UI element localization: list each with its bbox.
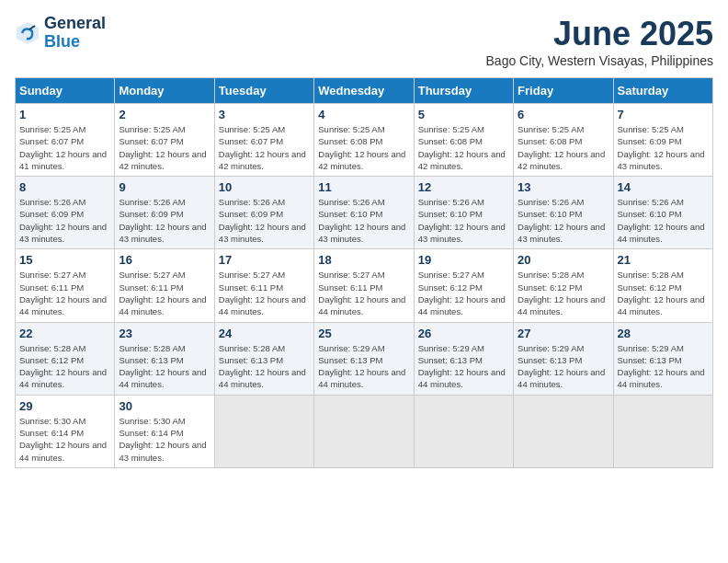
calendar-header-row: Sunday Monday Tuesday Wednesday Thursday… — [16, 78, 713, 104]
day-cell-30: 30 Sunrise: 5:30 AMSunset: 6:14 PMDaylig… — [115, 395, 214, 467]
day-cell-14: 14 Sunrise: 5:26 AMSunset: 6:10 PMDaylig… — [613, 177, 712, 249]
calendar-week-2: 8 Sunrise: 5:26 AMSunset: 6:09 PMDayligh… — [16, 177, 713, 249]
header-monday: Monday — [115, 78, 214, 104]
day-cell-7: 7 Sunrise: 5:25 AMSunset: 6:09 PMDayligh… — [613, 104, 712, 177]
day-cell-21: 21 Sunrise: 5:28 AMSunset: 6:12 PMDaylig… — [613, 249, 712, 322]
day-cell-8: 8 Sunrise: 5:26 AMSunset: 6:09 PMDayligh… — [16, 177, 115, 249]
day-cell-2: 2 Sunrise: 5:25 AMSunset: 6:07 PMDayligh… — [115, 104, 214, 177]
header-saturday: Saturday — [613, 78, 712, 104]
day-cell-3: 3 Sunrise: 5:25 AMSunset: 6:07 PMDayligh… — [214, 104, 313, 177]
header-friday: Friday — [514, 78, 613, 104]
day-cell-24: 24 Sunrise: 5:28 AMSunset: 6:13 PMDaylig… — [214, 322, 313, 395]
day-cell-22: 22 Sunrise: 5:28 AMSunset: 6:12 PMDaylig… — [16, 322, 115, 395]
day-cell-1: 1 Sunrise: 5:25 AMSunset: 6:07 PMDayligh… — [16, 104, 115, 177]
day-cell-13: 13 Sunrise: 5:26 AMSunset: 6:10 PMDaylig… — [514, 177, 613, 249]
day-cell-12: 12 Sunrise: 5:26 AMSunset: 6:10 PMDaylig… — [414, 177, 513, 249]
header-tuesday: Tuesday — [214, 78, 313, 104]
logo-text: General Blue — [44, 15, 106, 52]
calendar-table: Sunday Monday Tuesday Wednesday Thursday… — [15, 77, 713, 468]
calendar-week-5: 29 Sunrise: 5:30 AMSunset: 6:14 PMDaylig… — [16, 395, 713, 467]
calendar-week-1: 1 Sunrise: 5:25 AMSunset: 6:07 PMDayligh… — [16, 104, 713, 177]
empty-cell-4 — [514, 395, 613, 467]
page-header: General Blue June 2025 Bago City, Wester… — [15, 15, 713, 68]
day-cell-28: 28 Sunrise: 5:29 AMSunset: 6:13 PMDaylig… — [613, 322, 712, 395]
day-cell-20: 20 Sunrise: 5:28 AMSunset: 6:12 PMDaylig… — [514, 249, 613, 322]
day-cell-27: 27 Sunrise: 5:29 AMSunset: 6:13 PMDaylig… — [514, 322, 613, 395]
day-cell-23: 23 Sunrise: 5:28 AMSunset: 6:13 PMDaylig… — [115, 322, 214, 395]
header-wednesday: Wednesday — [314, 78, 414, 104]
day-cell-5: 5 Sunrise: 5:25 AMSunset: 6:08 PMDayligh… — [414, 104, 513, 177]
logo-icon — [15, 20, 40, 46]
day-cell-17: 17 Sunrise: 5:27 AMSunset: 6:11 PMDaylig… — [214, 249, 313, 322]
empty-cell-2 — [314, 395, 414, 467]
day-cell-16: 16 Sunrise: 5:27 AMSunset: 6:11 PMDaylig… — [115, 249, 214, 322]
logo: General Blue — [15, 15, 106, 52]
title-area: June 2025 Bago City, Western Visayas, Ph… — [486, 15, 713, 68]
calendar-week-4: 22 Sunrise: 5:28 AMSunset: 6:12 PMDaylig… — [16, 322, 713, 395]
header-thursday: Thursday — [414, 78, 513, 104]
day-cell-6: 6 Sunrise: 5:25 AMSunset: 6:08 PMDayligh… — [514, 104, 613, 177]
header-sunday: Sunday — [16, 78, 115, 104]
day-cell-4: 4 Sunrise: 5:25 AMSunset: 6:08 PMDayligh… — [314, 104, 414, 177]
day-cell-19: 19 Sunrise: 5:27 AMSunset: 6:12 PMDaylig… — [414, 249, 513, 322]
empty-cell-1 — [214, 395, 313, 467]
day-cell-15: 15 Sunrise: 5:27 AMSunset: 6:11 PMDaylig… — [16, 249, 115, 322]
day-cell-18: 18 Sunrise: 5:27 AMSunset: 6:11 PMDaylig… — [314, 249, 414, 322]
main-title: June 2025 — [486, 15, 713, 53]
svg-marker-0 — [17, 22, 39, 44]
day-cell-25: 25 Sunrise: 5:29 AMSunset: 6:13 PMDaylig… — [314, 322, 414, 395]
empty-cell-5 — [613, 395, 712, 467]
subtitle: Bago City, Western Visayas, Philippines — [486, 53, 713, 68]
day-cell-9: 9 Sunrise: 5:26 AMSunset: 6:09 PMDayligh… — [115, 177, 214, 249]
calendar-week-3: 15 Sunrise: 5:27 AMSunset: 6:11 PMDaylig… — [16, 249, 713, 322]
day-cell-26: 26 Sunrise: 5:29 AMSunset: 6:13 PMDaylig… — [414, 322, 513, 395]
day-cell-29: 29 Sunrise: 5:30 AMSunset: 6:14 PMDaylig… — [16, 395, 115, 467]
day-cell-11: 11 Sunrise: 5:26 AMSunset: 6:10 PMDaylig… — [314, 177, 414, 249]
empty-cell-3 — [414, 395, 513, 467]
day-cell-10: 10 Sunrise: 5:26 AMSunset: 6:09 PMDaylig… — [214, 177, 313, 249]
